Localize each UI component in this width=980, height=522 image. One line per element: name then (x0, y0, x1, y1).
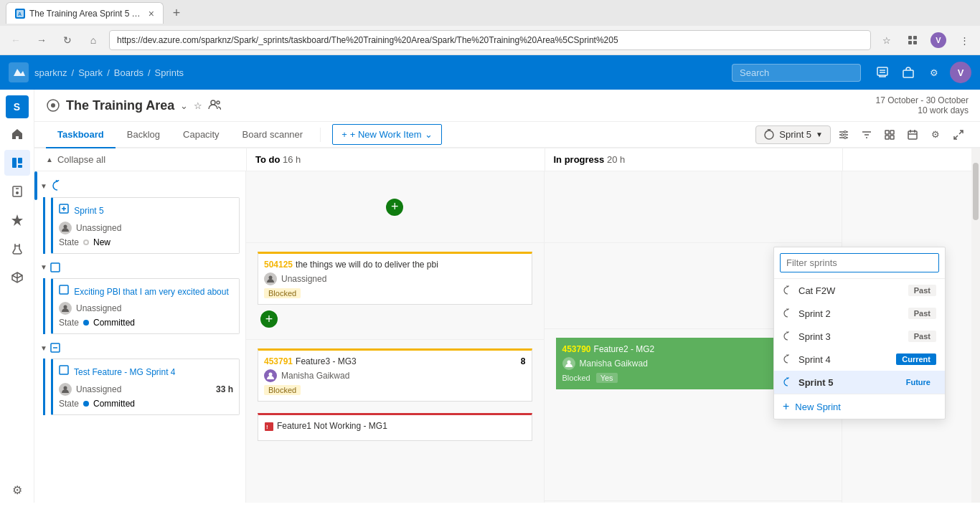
task-card-504125-header: 504125 the things we will do to deliver … (264, 260, 526, 270)
sprint-item-sprint2[interactable]: Sprint 2 Past (774, 302, 945, 325)
sprint-group-testfeature: ▼ Test Feature - MG Sprint 4 (34, 340, 245, 415)
filter-toolbar-icon[interactable] (857, 125, 877, 145)
breadcrumb-sparknz[interactable]: sparknz (34, 67, 67, 78)
new-sprint-icon: + (783, 400, 789, 413)
notifications-icon[interactable] (872, 62, 892, 82)
sprint-filter-input[interactable] (780, 253, 939, 272)
project-dropdown-button[interactable]: ⌄ (180, 100, 188, 111)
task-title-453791: Feature3 - MG3 (296, 356, 518, 366)
tab-backlog[interactable]: Backlog (116, 122, 171, 148)
active-tab[interactable]: A The Training Area Sprint 5 Taskb... × (6, 2, 164, 24)
sidebar-item-cube[interactable] (4, 265, 30, 290)
sprint5-header[interactable]: ▼ (34, 177, 245, 194)
todo-exciting-area: 504125 the things we will do to deliver … (246, 243, 544, 340)
svg-rect-30 (885, 136, 889, 139)
sprint-item-sprint5[interactable]: Sprint 5 Future (774, 371, 945, 394)
state-dot-sprint5 (83, 239, 89, 245)
extensions-button[interactable] (903, 30, 923, 50)
calendar-toolbar-icon[interactable] (903, 125, 923, 145)
project-favorite-button[interactable]: ☆ (194, 100, 202, 111)
svg-rect-6 (877, 67, 887, 75)
svg-rect-5 (913, 41, 917, 44)
tab-taskboard[interactable]: Taskboard (46, 122, 116, 148)
forward-button[interactable]: → (32, 30, 52, 50)
settings-toolbar-icon[interactable] (834, 125, 854, 145)
pbi-meta-testfeature: Unassigned 33 h (59, 383, 233, 396)
pbi-title-testfeature: Test Feature - MG Sprint 4 (59, 365, 233, 379)
tabs-bar: Taskboard Backlog Capacity Board scanner… (34, 122, 980, 148)
search-input[interactable] (732, 64, 861, 82)
gear-toolbar-icon[interactable]: ⚙ (925, 125, 946, 145)
tab-board-scanner[interactable]: Board scanner (231, 122, 315, 148)
breadcrumb-spark[interactable]: Spark (78, 67, 103, 78)
vertical-scrollbar[interactable] (971, 148, 980, 503)
browser-chrome: A The Training Area Sprint 5 Taskb... × … (0, 0, 980, 55)
sidebar-item-lab[interactable] (4, 236, 30, 262)
task-title-504125: the things we will do to deliver the pbi (296, 260, 438, 270)
display-toolbar-icon[interactable] (880, 125, 900, 145)
sprint-group-exciting: ▼ Exciting PBI that I am very excited ab… (34, 260, 245, 335)
testfeature-header[interactable]: ▼ (34, 340, 245, 356)
task-card-453791: 453791 Feature3 - MG3 8 Manisha Gaikwad (258, 348, 532, 402)
sidebar-item-spark[interactable] (4, 207, 30, 233)
main-layout: S ⚙ The Training Area (0, 90, 980, 503)
collapse-all-area[interactable]: ▲ Collapse all (34, 148, 246, 171)
sidebar-item-s[interactable]: S (6, 95, 29, 118)
new-tab-button[interactable]: + (166, 3, 187, 23)
sprint-badge-sprint3: Past (908, 331, 936, 342)
sidebar-item-home[interactable] (4, 121, 30, 147)
svg-rect-29 (890, 130, 894, 134)
pbi-state-sprint5: State New (59, 237, 233, 247)
sidebar-item-test[interactable] (4, 179, 30, 204)
app-header: sparknz / Spark / Boards / Sprints ⚙ V (0, 55, 980, 90)
task-id-453790: 453790 (562, 344, 591, 354)
pbi-user-exciting: Unassigned (76, 303, 121, 313)
todo-add-btn-exciting[interactable]: + (260, 310, 278, 328)
svg-rect-12 (18, 165, 22, 168)
account-button[interactable]: V (928, 30, 948, 50)
new-work-item-button[interactable]: + + New Work Item ⌄ (332, 124, 441, 145)
new-sprint-button[interactable]: + New Sprint (774, 394, 945, 419)
bookmark-button[interactable]: ☆ (877, 30, 897, 50)
scrollbar-thumb[interactable] (973, 163, 979, 220)
task-id-453791: 453791 (264, 356, 293, 366)
settings-icon[interactable]: ⚙ (924, 62, 944, 82)
exciting-header[interactable]: ▼ (34, 260, 245, 275)
expand-toolbar-icon[interactable] (948, 125, 969, 145)
state-text-testfeature: Committed (93, 399, 135, 409)
tab-title: The Training Area Sprint 5 Taskb... (29, 9, 144, 19)
tabs-divider (320, 128, 321, 142)
project-team-button[interactable] (208, 98, 221, 113)
tab-bar: A The Training Area Sprint 5 Taskb... × … (0, 0, 980, 26)
sprint-selector[interactable]: Sprint 5 ▼ (755, 125, 831, 144)
sidebar-item-settings[interactable]: ⚙ (4, 477, 30, 503)
sprint-item-catf2w[interactable]: Cat F2W Past (774, 279, 945, 302)
task-state-label-453791: Blocked (264, 385, 301, 395)
basket-icon[interactable] (898, 62, 918, 82)
svg-point-40 (64, 305, 67, 309)
in-progress-sprint5-area (545, 171, 842, 243)
tab-capacity[interactable]: Capacity (171, 122, 231, 148)
svg-point-27 (844, 136, 847, 138)
pbi-user-sprint5: Unassigned (76, 223, 121, 233)
breadcrumb-sprints[interactable]: Sprints (155, 67, 184, 78)
url-bar[interactable]: https://dev.azure.com/sparknz/Spark/_spr… (109, 30, 871, 50)
breadcrumb-boards[interactable]: Boards (114, 67, 143, 78)
menu-button[interactable]: ⋮ (954, 30, 974, 50)
avatar[interactable]: V (950, 62, 971, 83)
svg-rect-3 (913, 36, 917, 39)
new-work-item-chevron: ⌄ (425, 129, 433, 140)
home-button[interactable]: ⌂ (83, 30, 103, 50)
reload-button[interactable]: ↻ (57, 30, 77, 50)
sprint5-card-area: Sprint 5 Unassigned (43, 197, 245, 254)
sprint-item-label-sprint2: Sprint 2 (798, 308, 831, 319)
tab-close-button[interactable]: × (149, 8, 154, 19)
sidebar-item-board[interactable] (4, 150, 30, 176)
svg-rect-43 (60, 366, 68, 374)
sprint-item-sprint3[interactable]: Sprint 3 Past (774, 325, 945, 348)
sprint-item-sprint4[interactable]: Sprint 4 Current (774, 348, 945, 371)
todo-add-btn-sprint5[interactable]: + (386, 199, 403, 216)
back-button[interactable]: ← (6, 30, 26, 50)
sprint-item-icon-sprint3 (783, 331, 793, 341)
sprint-dropdown: Cat F2W Past Sprint 2 Past Sprint 3 Past… (773, 247, 946, 419)
